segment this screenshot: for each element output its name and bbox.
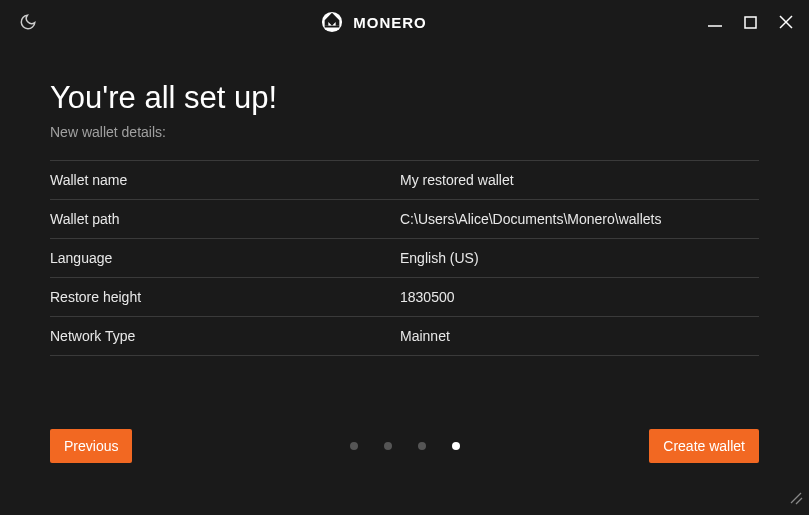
step-dot[interactable] [350, 442, 358, 450]
previous-button[interactable]: Previous [50, 429, 132, 463]
app-name: MONERO [353, 14, 427, 31]
monero-logo-icon [321, 11, 343, 33]
resize-handle[interactable] [789, 491, 803, 509]
step-indicator [350, 442, 460, 450]
minimize-button[interactable] [708, 15, 722, 29]
maximize-icon [744, 16, 757, 29]
window-controls [708, 15, 793, 29]
page-title: You're all set up! [50, 80, 759, 116]
detail-row: Language English (US) [50, 239, 759, 278]
svg-rect-3 [745, 17, 756, 28]
detail-value: English (US) [400, 250, 479, 266]
theme-toggle-button[interactable] [16, 10, 40, 34]
titlebar-title: MONERO [40, 11, 708, 33]
step-dot[interactable] [418, 442, 426, 450]
svg-rect-1 [325, 26, 340, 28]
step-dot-active[interactable] [452, 442, 460, 450]
detail-value: Mainnet [400, 328, 450, 344]
detail-value: C:\Users\Alice\Documents\Monero\wallets [400, 211, 661, 227]
titlebar: MONERO [0, 0, 809, 44]
maximize-button[interactable] [744, 16, 757, 29]
detail-label: Restore height [50, 289, 400, 305]
page-subtitle: New wallet details: [50, 124, 759, 140]
create-wallet-button[interactable]: Create wallet [649, 429, 759, 463]
detail-row: Restore height 1830500 [50, 278, 759, 317]
footer: Previous Create wallet [50, 429, 759, 463]
detail-row: Wallet path C:\Users\Alice\Documents\Mon… [50, 200, 759, 239]
step-dot[interactable] [384, 442, 392, 450]
minimize-icon [708, 15, 722, 29]
detail-value: 1830500 [400, 289, 455, 305]
close-icon [779, 15, 793, 29]
resize-icon [789, 491, 803, 505]
detail-row: Wallet name My restored wallet [50, 160, 759, 200]
detail-label: Network Type [50, 328, 400, 344]
detail-value: My restored wallet [400, 172, 514, 188]
close-button[interactable] [779, 15, 793, 29]
detail-label: Wallet path [50, 211, 400, 227]
detail-label: Wallet name [50, 172, 400, 188]
detail-row: Network Type Mainnet [50, 317, 759, 356]
detail-label: Language [50, 250, 400, 266]
main-content: You're all set up! New wallet details: W… [0, 44, 809, 356]
moon-icon [19, 13, 37, 31]
